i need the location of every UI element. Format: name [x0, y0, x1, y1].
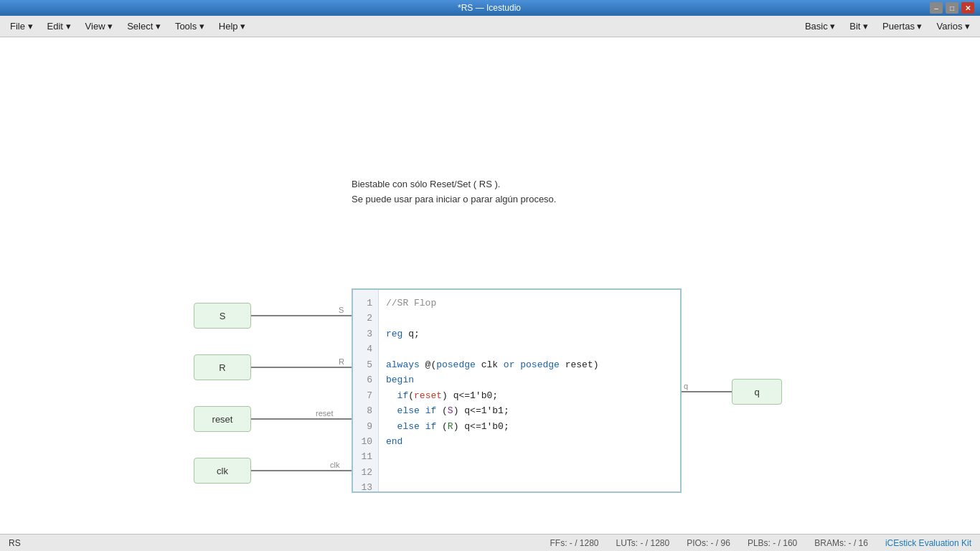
- input-S[interactable]: S: [194, 303, 251, 329]
- menu-varios[interactable]: Varios ▾: [930, 18, 978, 34]
- description: Biestable con sólo Reset/Set ( RS ). Se …: [352, 177, 556, 207]
- status-ffs: FFs: - / 1280: [550, 538, 598, 548]
- output-q-label: q: [754, 387, 759, 397]
- status-plbs: PLBs: - / 160: [748, 538, 797, 548]
- status-board: iCEstick Evaluation Kit: [885, 538, 971, 548]
- menu-select[interactable]: Select ▾: [120, 18, 168, 34]
- status-brams: BRAMs: - / 16: [814, 538, 868, 548]
- status-pios: PIOs: - / 96: [687, 538, 730, 548]
- input-R[interactable]: R: [194, 354, 251, 380]
- output-q[interactable]: q: [732, 379, 782, 405]
- input-R-label: R: [219, 362, 225, 373]
- input-clk-label: clk: [217, 466, 228, 476]
- input-reset-label: reset: [212, 414, 233, 425]
- menu-puertas[interactable]: Puertas ▾: [875, 18, 929, 34]
- titlebar-controls: – □ ✕: [930, 2, 974, 14]
- canvas: Biestable con sólo Reset/Set ( RS ). Se …: [0, 37, 980, 534]
- status-project: RS: [9, 538, 21, 548]
- line-numbers: 12345678910111213: [353, 290, 379, 491]
- wire-label-clk: clk: [330, 461, 339, 469]
- titlebar-title: *RS — Icestudio: [49, 3, 930, 13]
- wire-label-reset: reset: [316, 409, 333, 418]
- status-luts: LUTs: - / 1280: [616, 538, 670, 548]
- minimize-button[interactable]: –: [930, 2, 943, 14]
- wire-label-q: q: [684, 382, 688, 390]
- maximize-button[interactable]: □: [946, 2, 958, 14]
- input-S-label: S: [220, 311, 226, 321]
- menu-file[interactable]: File ▾: [3, 18, 40, 34]
- close-button[interactable]: ✕: [961, 2, 974, 14]
- statusbar: RS FFs: - / 1280 LUTs: - / 1280 PIOs: - …: [0, 534, 980, 551]
- menu-basic[interactable]: Basic ▾: [798, 18, 842, 34]
- titlebar: *RS — Icestudio – □ ✕: [0, 0, 980, 16]
- description-line1: Biestable con sólo Reset/Set ( RS ).: [352, 177, 556, 192]
- input-reset[interactable]: reset: [194, 406, 251, 432]
- menubar: File ▾ Edit ▾ View ▾ Select ▾ Tools ▾ He…: [0, 16, 980, 37]
- menu-help[interactable]: Help ▾: [212, 18, 253, 34]
- code-block: 12345678910111213 //SR Flop reg q; alway…: [352, 288, 682, 493]
- description-line2: Se puede usar para iniciar o parar algún…: [352, 192, 556, 207]
- code-content: //SR Flop reg q; always @(posedge clk or…: [379, 290, 606, 491]
- input-clk[interactable]: clk: [194, 458, 251, 484]
- wire-label-S: S: [339, 306, 344, 314]
- statusbar-right: FFs: - / 1280 LUTs: - / 1280 PIOs: - / 9…: [550, 538, 971, 548]
- menu-bit[interactable]: Bit ▾: [842, 18, 875, 34]
- menu-tools[interactable]: Tools ▾: [168, 18, 212, 34]
- menu-view[interactable]: View ▾: [78, 18, 121, 34]
- menu-edit[interactable]: Edit ▾: [40, 18, 78, 34]
- wire-label-R: R: [339, 357, 344, 366]
